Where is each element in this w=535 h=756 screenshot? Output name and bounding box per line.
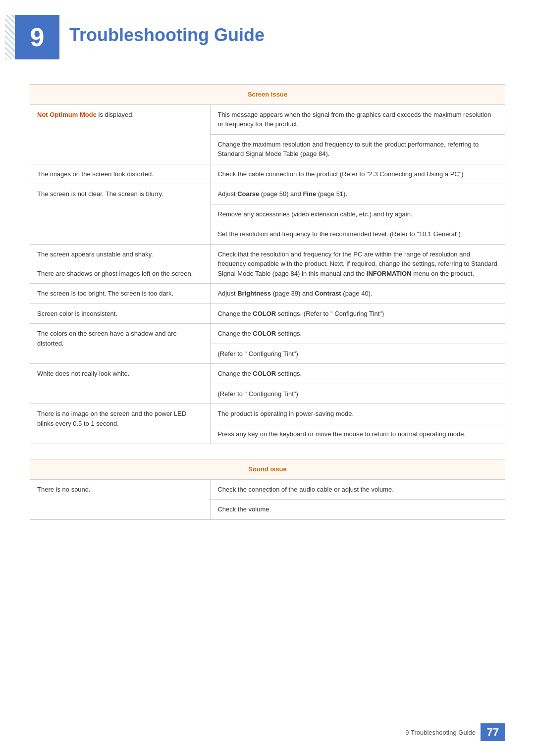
problem-cell: The screen is too bright. The screen is … <box>30 284 211 304</box>
bold-term: Contrast <box>315 290 341 297</box>
problem-cell: The screen appears unstable and shaky. T… <box>30 244 211 284</box>
problem-cell: Screen color is inconsistent. <box>30 303 211 324</box>
solution-cell: Set the resolution and frequency to the … <box>211 224 505 245</box>
bold-term: Coarse <box>237 190 259 198</box>
solution-cell: Remove any accessories (video extension … <box>211 204 505 224</box>
problem-cell: Not Optimum Mode is displayed. <box>30 104 211 164</box>
bold-term: COLOR <box>253 310 276 317</box>
solution-cell: Check the connection of the audio cable … <box>211 479 505 500</box>
page-footer: 9 Troubleshooting Guide 77 <box>405 723 505 741</box>
solution-cell: Adjust Coarse (page 50) and Fine (page 5… <box>211 184 505 204</box>
solution-cell: Change the COLOR settings. (Refer to " C… <box>211 303 505 324</box>
screen-issue-header: Screen issue <box>30 85 505 105</box>
sound-issue-header: Sound issue <box>30 459 505 480</box>
problem-cell: There is no image on the screen and the … <box>30 404 211 444</box>
solution-cell: Check that the resolution and frequency … <box>211 244 505 284</box>
bold-term: Brightness <box>237 290 271 297</box>
solution-cell: This message appears when the signal fro… <box>211 104 505 134</box>
table-row: The colors on the screen have a shadow a… <box>30 324 505 344</box>
table-row: Screen color is inconsistent. Change the… <box>30 303 505 324</box>
problem-cell: The screen is not clear. The screen is b… <box>30 184 211 245</box>
problem-cell: There is no sound. <box>30 479 211 519</box>
solution-cell: Press any key on the keyboard or move th… <box>211 424 505 444</box>
page-header: 9 Troubleshooting Guide <box>0 0 535 79</box>
solution-cell: Check the cable connection to the produc… <box>211 164 505 184</box>
problem-cell: The images on the screen look distorted. <box>30 164 211 184</box>
bold-term: Not Optimum Mode <box>37 111 97 118</box>
main-content: Screen issue Not Optimum Mode is display… <box>0 79 535 554</box>
solution-cell: Change the COLOR settings. <box>211 364 505 384</box>
chapter-badge: 9 <box>15 15 59 59</box>
bold-term: COLOR <box>253 330 276 337</box>
chapter-number: 9 <box>30 22 45 52</box>
problem-cell: The colors on the screen have a shadow a… <box>30 324 211 364</box>
page-number-badge: 77 <box>481 723 505 741</box>
table-row: Not Optimum Mode is displayed. This mess… <box>30 104 505 134</box>
footer-text: 9 Troubleshooting Guide <box>405 729 476 736</box>
table-row: The screen appears unstable and shaky. T… <box>30 244 505 284</box>
page-number: 77 <box>487 726 499 739</box>
table-row: White does not really look white. Change… <box>30 364 505 384</box>
solution-cell: Change the COLOR settings. <box>211 324 505 344</box>
page-title: Troubleshooting Guide <box>69 15 265 46</box>
table-row: There is no image on the screen and the … <box>30 404 505 424</box>
solution-cell: (Refer to " Configuring Tint") <box>211 384 505 404</box>
problem-cell: White does not really look white. <box>30 364 211 404</box>
bold-term: INFORMATION <box>367 270 412 277</box>
solution-cell: The product is operating in power-saving… <box>211 404 505 424</box>
screen-issue-table: Screen issue Not Optimum Mode is display… <box>30 84 505 444</box>
table-row: The screen is not clear. The screen is b… <box>30 184 505 204</box>
table-row: There is no sound. Check the connection … <box>30 479 505 500</box>
solution-cell: (Refer to " Configuring Tint") <box>211 344 505 364</box>
bold-term: COLOR <box>253 370 276 377</box>
solution-cell: Adjust Brightness (page 39) and Contrast… <box>211 284 505 304</box>
sound-issue-table: Sound issue There is no sound. Check the… <box>30 459 505 520</box>
table-row: The screen is too bright. The screen is … <box>30 284 505 304</box>
bold-term: Fine <box>303 190 316 198</box>
table-row: The images on the screen look distorted.… <box>30 164 505 184</box>
solution-cell: Check the volume. <box>211 500 505 520</box>
solution-cell: Change the maximum resolution and freque… <box>211 134 505 164</box>
